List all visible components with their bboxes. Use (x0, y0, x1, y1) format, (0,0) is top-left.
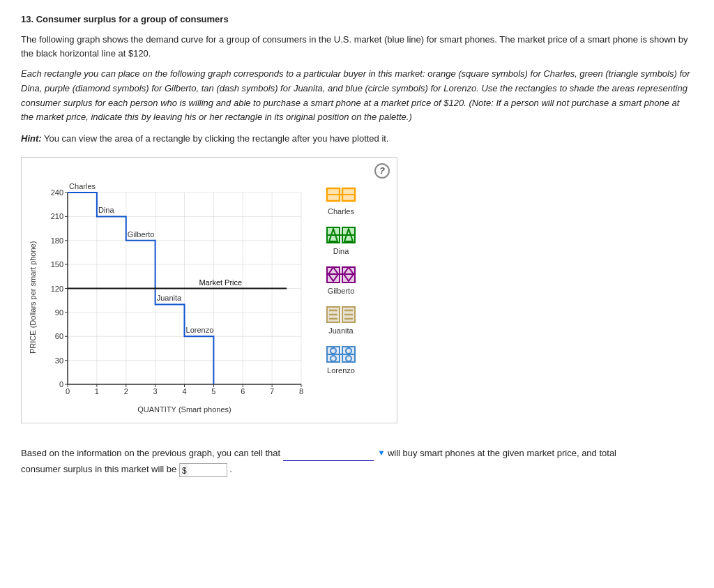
bottom-section: Based on the information on the previous… (21, 444, 693, 478)
palette-label-juanita: Juanita (328, 326, 353, 335)
y-axis-label: PRICE (Dollars per smart phone) (29, 179, 37, 416)
bottom-text3: consumer surplus in this market will be (21, 464, 176, 474)
surplus-input[interactable] (189, 463, 227, 477)
blank-underline (283, 444, 374, 461)
hint-block: Hint: You can view the area of a rectang… (21, 132, 693, 146)
description1: The following graph shows the demand cur… (21, 33, 693, 60)
palette-item-juanita[interactable]: Juanita (326, 305, 356, 335)
question-title: 13. Consumer surplus for a group of cons… (21, 14, 693, 24)
dollar-prefix: $ (179, 463, 189, 477)
graph-container: ? PRICE (Dollars per smart phone) Charle… (21, 157, 397, 423)
palette-label-lorenzo: Lorenzo (327, 366, 355, 375)
palette-label-charles: Charles (328, 207, 354, 216)
palette-area: Charles Dina (326, 179, 356, 416)
palette-label-dina: Dina (333, 247, 349, 255)
palette-item-lorenzo[interactable]: Lorenzo (326, 345, 356, 375)
period: . (229, 464, 232, 474)
palette-item-dina[interactable]: Dina (326, 225, 356, 255)
palette-item-charles[interactable]: Charles (326, 186, 356, 216)
dropdown-arrow-icon[interactable]: ▼ (377, 446, 385, 460)
palette-label-gilberto: Gilberto (328, 287, 355, 295)
bottom-text1: Based on the information on the previous… (21, 448, 280, 458)
bottom-text2: will buy smart phones at the given marke… (388, 448, 616, 458)
italic-block: Each rectangle you can place on the foll… (21, 67, 693, 125)
help-button[interactable]: ? (374, 163, 390, 179)
palette-item-gilberto[interactable]: Gilberto (326, 265, 356, 295)
